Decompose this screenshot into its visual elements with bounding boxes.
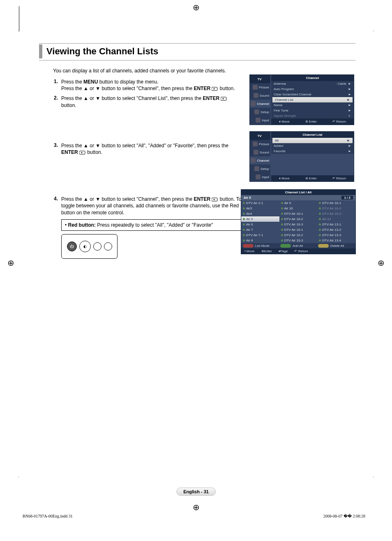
channel-cell: DTV Air 10-1 xyxy=(279,211,318,216)
channel-cell: DTV Air 10-2 xyxy=(279,232,318,238)
dot-icon xyxy=(281,223,283,225)
channel-cell: Air 7 xyxy=(241,227,279,232)
page-number: English - 31 xyxy=(176,488,216,496)
input-icon xyxy=(256,118,261,123)
side-tv: TV xyxy=(250,132,270,140)
enter-icon xyxy=(79,151,86,155)
side-channel: Channel xyxy=(250,100,270,108)
title-row: Viewing the Channel Lists xyxy=(39,44,355,58)
side-sound: Sound xyxy=(250,148,270,156)
menu-label: MENU xyxy=(83,79,98,85)
side-sound: Sound xyxy=(250,91,270,100)
dot-icon xyxy=(319,223,321,225)
side-picture: Picture xyxy=(250,83,270,91)
dot-icon xyxy=(281,207,283,209)
yellow-button-icon xyxy=(318,244,329,248)
channel-cell: DTV Air 13-3 xyxy=(317,232,355,238)
crop-mark xyxy=(373,6,374,31)
osd-row-chlist: Channel List xyxy=(272,97,353,102)
enter-label: ENTER xyxy=(203,95,219,101)
arrow-icon xyxy=(348,149,351,153)
cl-buttons: List Mode Add All Delete All xyxy=(241,243,355,248)
remote-illustration: ⏻ ◐ xyxy=(61,234,118,259)
step-body: Press the MENU button to display the men… xyxy=(61,79,242,92)
osd-foot: ♦ Move ⊕ Enter ↶ Return xyxy=(271,118,354,125)
side-setup: Setup xyxy=(250,165,270,173)
dot-icon xyxy=(319,234,321,236)
channel-cell: Air 6 xyxy=(241,222,279,227)
arrow-icon xyxy=(348,109,351,112)
dot-icon xyxy=(319,239,321,241)
crop-mark xyxy=(18,477,19,502)
rule xyxy=(39,43,355,44)
channel-cell: DTV Air 7-1 xyxy=(241,232,279,238)
step-num: 1. xyxy=(51,79,58,84)
remote-btn xyxy=(104,242,112,251)
dot-icon xyxy=(281,213,283,215)
arrow-icon xyxy=(348,103,351,107)
arrow-icon xyxy=(348,114,351,118)
remote-power-icon: ⏻ xyxy=(67,241,77,251)
step-body: Press the ▲ or ▼ button to select "All",… xyxy=(61,142,242,156)
picture-icon xyxy=(253,142,258,146)
channel-icon xyxy=(251,101,256,106)
dot-icon xyxy=(243,213,245,215)
dot-icon xyxy=(319,229,321,231)
dot-icon xyxy=(281,202,283,204)
channel-cell: DTV Air 10-3 xyxy=(279,222,318,227)
enter-label: ENTER xyxy=(194,196,210,202)
green-button-icon xyxy=(280,244,291,248)
dot-icon xyxy=(319,207,321,209)
dot-icon xyxy=(243,207,245,209)
dot-icon xyxy=(243,218,245,220)
setup-icon xyxy=(254,109,259,114)
channel-cell: DTV Air 10-2 xyxy=(317,206,355,211)
cl-grid: DTV Air 2-1Air 9DTV Air 10-1Air3Air 10DT… xyxy=(241,200,355,243)
step-body: Press the ▲ or ▼ button to select "Chann… xyxy=(61,95,242,108)
dot-icon xyxy=(243,223,245,225)
dot-icon xyxy=(281,239,283,241)
rule xyxy=(39,60,355,60)
arrow-icon xyxy=(347,98,350,102)
cl-sub-left: Air 5 xyxy=(244,196,251,200)
step-num: 4. xyxy=(51,196,58,202)
cl-page-indicator: 1 / 2 xyxy=(341,196,353,200)
picture-icon xyxy=(253,85,258,90)
channel-cell: DTV Air 10-1 xyxy=(317,200,355,206)
enter-label: ENTER xyxy=(61,149,78,155)
channel-cell: DTV Air 10-1 xyxy=(279,227,318,232)
channel-cell: Air 9 xyxy=(279,200,318,206)
note-box: Red button: Press repeatedly to select "… xyxy=(61,219,241,231)
osd-channel-list-all: Channel List / All Air 5 1 / 2 DTV Air 2… xyxy=(241,189,356,254)
remote-btn xyxy=(93,242,101,251)
osd-row-added: Added xyxy=(271,143,354,149)
channel-cell: DTV Air 13-2 xyxy=(317,227,355,232)
regmark-top: ⊕ xyxy=(193,2,200,12)
page-title: Viewing the Channel Lists xyxy=(46,44,158,58)
dot-icon xyxy=(319,213,321,215)
osd-row-antenna: Antenna: Cable xyxy=(271,81,354,86)
channel-cell: DTV Air 10-3 xyxy=(317,211,355,216)
step-body: Press the ▲ or ▼ button to select "Chann… xyxy=(61,196,242,216)
enter-icon xyxy=(212,87,218,91)
enter-icon xyxy=(221,97,227,101)
dot-icon xyxy=(319,218,321,220)
osd-header: Channel List xyxy=(271,132,354,138)
dot-icon xyxy=(281,234,283,236)
osd-row-fine: Fine Tune xyxy=(271,108,354,113)
arrow-icon xyxy=(347,139,350,142)
side-setup: Setup xyxy=(250,108,270,116)
osd-row-signal: Signal Strength xyxy=(271,113,354,118)
channel-icon xyxy=(251,158,256,163)
osd-row-fav: Favorite xyxy=(271,149,354,154)
red-button-icon xyxy=(243,244,254,248)
enter-label: ENTER xyxy=(194,86,210,91)
dot-icon xyxy=(243,234,245,236)
arrow-icon xyxy=(348,87,351,91)
arrow-icon xyxy=(348,144,351,148)
cl-title: Channel List / All xyxy=(241,190,355,195)
channel-cell: DTV Air 13-4 xyxy=(317,238,355,243)
osd-row-all: All xyxy=(272,138,353,143)
channel-cell: Air 8 xyxy=(241,238,279,243)
osd-channel-list-menu: TV Picture Sound Channel Setup Input Cha… xyxy=(249,131,354,182)
